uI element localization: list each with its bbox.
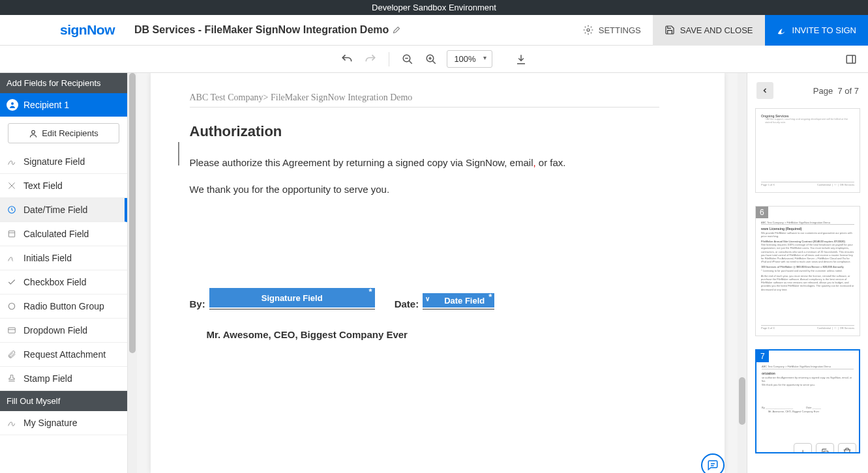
download-button[interactable]	[513, 51, 529, 67]
doc-paragraph-1: Please authorize this Agreement by retur…	[190, 156, 659, 171]
edit-title-icon[interactable]	[393, 26, 400, 34]
delete-page-button[interactable]	[838, 443, 856, 453]
chat-button[interactable]	[701, 453, 725, 473]
save-label: SAVE AND CLOSE	[680, 25, 753, 35]
clock-icon	[7, 205, 17, 215]
date-field-placeholder[interactable]: ∨ Date Field *	[423, 293, 494, 308]
edit-recipients-label: Edit Recipients	[42, 128, 98, 138]
edit-recipients-button[interactable]: Edit Recipients	[8, 123, 119, 143]
field-label: My Signature	[23, 418, 77, 428]
field-datetime[interactable]: Date/Time Field	[0, 198, 127, 222]
recipient-label: Recipient 1	[23, 100, 69, 110]
field-initials[interactable]: Initials Field	[0, 246, 127, 270]
field-radio[interactable]: Radio Button Group	[0, 294, 127, 319]
svg-rect-13	[8, 231, 14, 236]
thumbs-collapse-button[interactable]	[756, 82, 773, 99]
signature-icon	[7, 156, 17, 167]
field-label: Dropdown Field	[23, 325, 87, 336]
chat-icon	[707, 459, 719, 471]
redo-button[interactable]	[363, 51, 378, 67]
svg-rect-16	[8, 328, 16, 333]
svg-point-11	[32, 130, 35, 134]
field-label: Text Field	[23, 180, 63, 191]
svg-line-5	[433, 61, 436, 64]
field-label: Checkbox Field	[23, 277, 87, 287]
app-header: signNow DB Services - FileMaker SignNow …	[0, 15, 868, 46]
svg-point-0	[587, 29, 590, 31]
zoom-select[interactable]: 100%	[447, 50, 492, 68]
field-signature[interactable]: Signature Field	[0, 150, 127, 174]
page-indicator: Page 7 of 7	[813, 86, 859, 96]
page-thumbnail[interactable]: Ongoing Services • All the support, coac…	[755, 108, 860, 193]
margin-indicator	[178, 142, 179, 165]
signer-name: Mr. Awesome, CEO, Biggest Company Ever	[207, 329, 659, 340]
canvas-scrollbar[interactable]	[738, 73, 747, 473]
chevron-left-icon	[761, 87, 769, 94]
thumbnails-list[interactable]: Ongoing Services • All the support, coac…	[747, 108, 868, 473]
thumbnails-panel: Page 7 of 7 Ongoing Services • All the s…	[747, 73, 868, 473]
quill-icon	[777, 25, 787, 35]
dropdown-icon	[7, 325, 17, 336]
field-label: Radio Button Group	[23, 301, 104, 311]
initials-icon	[7, 253, 17, 263]
doc-heading: Authorization	[190, 123, 659, 140]
field-attachment[interactable]: Request Attachment	[0, 343, 127, 367]
settings-label: SETTINGS	[599, 25, 641, 35]
copy-icon	[820, 448, 830, 453]
zoom-in-button[interactable]	[423, 51, 439, 67]
stamp-icon	[7, 373, 17, 384]
svg-line-2	[410, 61, 413, 64]
thumb-page-number: 7	[756, 351, 769, 362]
recipient-selector[interactable]: Recipient 1	[0, 93, 127, 117]
zoom-out-button[interactable]	[400, 51, 415, 67]
undo-button[interactable]	[339, 51, 355, 67]
signature-row: By: Signature Field * Date: ∨ D	[190, 288, 659, 309]
doc-paragraph-2: We thank you for the opportunity to serv…	[190, 182, 659, 197]
sidebar-scrollbar[interactable]	[128, 73, 137, 473]
download-icon	[515, 53, 527, 65]
field-label: Signature Field	[23, 156, 85, 167]
invite-label: INVITE TO SIGN	[792, 25, 856, 35]
page-thumbnail-current[interactable]: 7 ABC Test Company > FileMaker SignNow I…	[755, 349, 860, 453]
signature-field-placeholder[interactable]: Signature Field *	[209, 288, 375, 308]
layout-toggle-button[interactable]	[843, 51, 859, 67]
sandbox-banner: Developer Sandbox Environment	[0, 0, 868, 15]
redo-icon	[364, 53, 377, 66]
gear-icon	[583, 25, 593, 35]
field-text[interactable]: Text Field	[0, 174, 127, 198]
logo: signNow	[0, 22, 134, 38]
fields-sidebar: Add Fields for Recipients Recipient 1 Ed…	[0, 73, 128, 473]
invite-sign-button[interactable]: INVITE TO SIGN	[765, 15, 868, 46]
field-checkbox[interactable]: Checkbox Field	[0, 270, 127, 294]
zoom-in-icon	[425, 53, 437, 65]
checkbox-icon	[7, 277, 17, 287]
person-icon	[7, 99, 18, 111]
signature-icon	[7, 418, 17, 428]
undo-icon	[340, 53, 353, 66]
field-label: Date/Time Field	[23, 205, 87, 215]
thumb-page-number: 6	[756, 207, 768, 218]
main-area: Add Fields for Recipients Recipient 1 Ed…	[0, 73, 868, 473]
document-page: ABC Test Company> FileMaker SignNow Inte…	[151, 73, 725, 473]
document-title-text: DB Services - FileMaker SignNow Integrat…	[134, 24, 389, 36]
page-thumbnail[interactable]: 6 ABC Test Company > FileMaker SignNow I…	[755, 206, 860, 336]
settings-button[interactable]: SETTINGS	[571, 15, 653, 46]
attachment-icon	[7, 349, 17, 360]
field-calculated[interactable]: Calculated Field	[0, 222, 127, 246]
date-label: Date:	[395, 298, 419, 309]
person-outline-icon	[29, 129, 38, 138]
fill-out-myself-header: Fill Out Myself	[0, 391, 127, 411]
text-icon	[7, 180, 17, 191]
field-dropdown[interactable]: Dropdown Field	[0, 319, 127, 343]
svg-point-15	[8, 303, 14, 309]
document-title[interactable]: DB Services - FileMaker SignNow Integrat…	[134, 24, 571, 36]
field-stamp[interactable]: Stamp Field	[0, 367, 127, 391]
add-page-button[interactable]: +	[794, 443, 812, 453]
save-icon	[665, 25, 675, 35]
radio-icon	[7, 301, 17, 311]
field-my-signature[interactable]: My Signature	[0, 411, 127, 435]
document-canvas[interactable]: ABC Test Company> FileMaker SignNow Inte…	[137, 73, 738, 473]
field-label: Request Attachment	[23, 349, 106, 360]
save-close-button[interactable]: SAVE AND CLOSE	[653, 15, 765, 46]
duplicate-page-button[interactable]	[816, 443, 834, 453]
